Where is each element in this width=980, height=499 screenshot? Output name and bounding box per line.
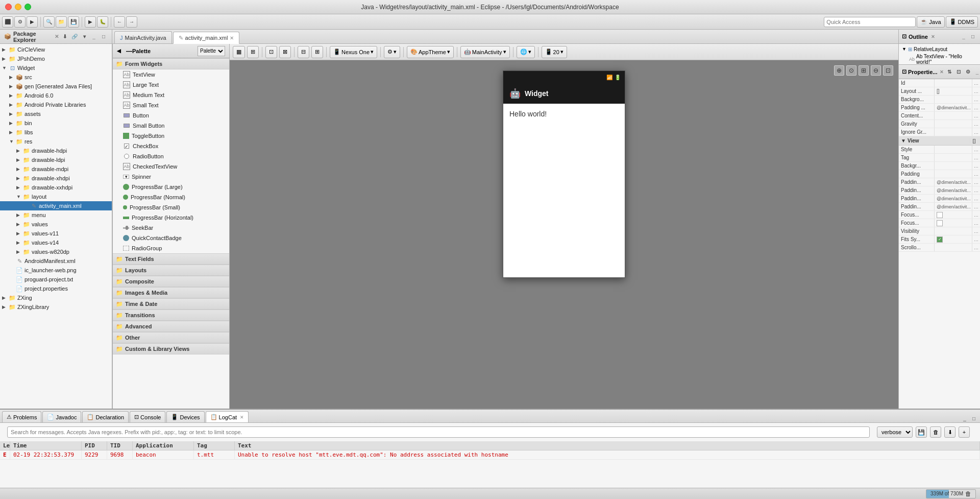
- tree-item-17[interactable]: ✎activity_main.xml: [0, 201, 112, 210]
- palette-section-other[interactable]: 📁 Other: [113, 332, 229, 343]
- bottom-panel-min-btn[interactable]: _: [961, 414, 969, 422]
- tree-item-23[interactable]: ✎AndroidManifest.xml: [0, 256, 112, 266]
- device-dropdown[interactable]: 📱 Nexus One ▾: [330, 46, 377, 58]
- zoom-100-btn[interactable]: ⊙: [846, 65, 856, 76]
- prop-edit-padd2[interactable]: …: [972, 186, 980, 194]
- outline-item-textview[interactable]: Ab Ab TextView - "Hello world!": [899, 54, 980, 64]
- config-dropdown[interactable]: ⚙ ▾: [384, 46, 400, 58]
- tab-activity-xml[interactable]: ✎ activity_main.xml ✕: [173, 32, 240, 44]
- api-dropdown[interactable]: 📱 20 ▾: [542, 46, 567, 58]
- package-explorer-tab-close[interactable]: ✕: [55, 34, 59, 39]
- tree-item-12[interactable]: ▶📁drawable-ldpi: [0, 155, 112, 164]
- toolbar-forward[interactable]: →: [126, 16, 137, 28]
- prop-edit-scrollo[interactable]: …: [972, 244, 980, 251]
- layout-icon-btn-1[interactable]: ▦: [233, 46, 245, 58]
- bottom-panel-max-btn[interactable]: □: [970, 414, 978, 422]
- palette-section-layouts[interactable]: 📁 Layouts: [113, 265, 229, 276]
- logcat-level-select[interactable]: verbose: [877, 426, 913, 438]
- tree-item-13[interactable]: ▶📁drawable-mdpi: [0, 164, 112, 174]
- layout-icon-btn-2[interactable]: ⊞: [247, 46, 259, 58]
- prop-edit-padding[interactable]: …: [972, 104, 980, 111]
- tree-item-9[interactable]: ▶📁libs: [0, 128, 112, 137]
- palette-section-images-media[interactable]: 📁 Images & Media: [113, 287, 229, 298]
- prop-edit-padd1[interactable]: …: [972, 178, 980, 186]
- prop-value-gravity[interactable]: [935, 120, 972, 128]
- prop-edit-bgr[interactable]: …: [972, 162, 980, 170]
- prop-value-padding[interactable]: @dimen/activit...: [935, 104, 972, 111]
- prop-value-padd2[interactable]: @dimen/activit...: [935, 186, 972, 194]
- palette-section-composite[interactable]: 📁 Composite: [113, 276, 229, 287]
- palette-item-textview[interactable]: Ab TextView: [113, 69, 229, 80]
- prop-edit-background[interactable]: …: [972, 96, 980, 103]
- zoom-custom-btn[interactable]: ⊡: [883, 65, 893, 76]
- outline-tab-close[interactable]: ✕: [931, 34, 935, 39]
- tree-item-1[interactable]: ▶📁JPshDemo: [0, 54, 112, 63]
- layout-icon-btn-6[interactable]: ⊞: [311, 46, 323, 58]
- palette-item-small-text[interactable]: Ab Small Text: [113, 100, 229, 110]
- tree-item-14[interactable]: ▶📁drawable-xhdpi: [0, 174, 112, 183]
- palette-item-spinner[interactable]: ▾ Spinner: [113, 172, 229, 182]
- toolbar-btn-1[interactable]: ⬛: [2, 16, 13, 28]
- toolbar-run[interactable]: ▶: [85, 16, 96, 28]
- logcat-add-filter-btn[interactable]: +: [959, 426, 970, 438]
- zoom-out-btn[interactable]: ⊖: [871, 65, 881, 76]
- theme-dropdown[interactable]: 🎨 AppTheme ▾: [407, 46, 454, 58]
- logcat-tab-close[interactable]: ✕: [240, 415, 244, 420]
- prop-value-style[interactable]: [935, 146, 972, 153]
- palette-item-small-button[interactable]: Small Button: [113, 121, 229, 131]
- palette-item-progressbar-horizontal[interactable]: ProgressBar (Horizontal): [113, 212, 229, 223]
- tree-item-19[interactable]: ▶📁values: [0, 220, 112, 229]
- palette-item-seekbar[interactable]: SeekBar: [113, 223, 229, 233]
- tree-item-16[interactable]: ▼📁layout: [0, 192, 112, 201]
- prop-value-pad[interactable]: [935, 170, 972, 178]
- panel-min-btn[interactable]: _: [90, 33, 98, 41]
- tree-item-3[interactable]: ▶📦src: [0, 73, 112, 82]
- tab-close-xml[interactable]: ✕: [230, 35, 234, 41]
- toolbar-btn-2[interactable]: ⚙: [14, 16, 26, 28]
- prop-value-ignoregr[interactable]: [935, 128, 972, 136]
- toolbar-btn-4[interactable]: 🔍: [43, 16, 55, 28]
- prop-edit-padd3[interactable]: …: [972, 195, 980, 202]
- tree-item-26[interactable]: 📄project.properties: [0, 284, 112, 293]
- prop-value-padd1[interactable]: @dimen/activit...: [935, 178, 972, 186]
- tree-item-21[interactable]: ▶📁values-v14: [0, 238, 112, 247]
- prop-value-padd4[interactable]: @dimen/activit...: [935, 203, 972, 210]
- quick-access-input[interactable]: [824, 17, 916, 27]
- tab-devices[interactable]: 📱 Devices: [166, 411, 204, 422]
- tree-item-20[interactable]: ▶📁values-v11: [0, 229, 112, 238]
- tree-item-25[interactable]: 📄proguard-project.txt: [0, 275, 112, 284]
- prop-value-focus1[interactable]: [935, 211, 972, 219]
- prop-edit-gravity[interactable]: …: [972, 120, 980, 128]
- prop-sort-btn[interactable]: ⇅: [945, 68, 953, 76]
- palette-collapse-icon[interactable]: ◀: [117, 48, 121, 54]
- prop-min-btn[interactable]: _: [973, 68, 980, 76]
- palette-item-quickcontactbadge[interactable]: QuickContactBadge: [113, 233, 229, 243]
- palette-section-transitions[interactable]: 📁 Transitions: [113, 310, 229, 321]
- tab-console[interactable]: ⊡ Console: [130, 411, 165, 422]
- palette-section-form-widgets[interactable]: 📁 Form Widgets: [113, 58, 229, 69]
- prop-value-background[interactable]: [935, 96, 972, 103]
- perspective-java[interactable]: ☕ Java: [917, 16, 944, 28]
- prop-value-content[interactable]: [935, 112, 972, 120]
- palette-section-custom[interactable]: 📁 Custom & Library Views: [113, 343, 229, 354]
- layout-icon-btn-3[interactable]: ⊡: [265, 46, 277, 58]
- prop-edit-padd4[interactable]: …: [972, 203, 980, 210]
- prop-edit-ignoregr[interactable]: …: [972, 128, 980, 136]
- palette-item-radiogroup[interactable]: RadioGroup: [113, 243, 229, 253]
- outline-min-btn[interactable]: _: [960, 33, 968, 41]
- prop-advanced-btn[interactable]: ⚙: [964, 68, 972, 76]
- palette-item-progressbar-normal[interactable]: ProgressBar (Normal): [113, 192, 229, 202]
- prop-edit-content[interactable]: …: [972, 112, 980, 120]
- tree-item-18[interactable]: ▶📁menu: [0, 210, 112, 220]
- palette-item-togglebutton[interactable]: ToggleButton: [113, 131, 229, 141]
- palette-item-checkedtextview[interactable]: Ab CheckedTextView: [113, 161, 229, 172]
- collapse-all-btn[interactable]: ⬇: [61, 33, 69, 41]
- tree-item-7[interactable]: ▶📁assets: [0, 109, 112, 118]
- perspective-ddms[interactable]: 📱 DDMS: [946, 16, 978, 28]
- outline-item-relativelayout[interactable]: ▼ ⊞ RelativeLayout: [899, 44, 980, 54]
- prop-filter-btn[interactable]: ⊡: [954, 68, 963, 76]
- palette-item-checkbox[interactable]: ✓ CheckBox: [113, 141, 229, 151]
- tree-item-15[interactable]: ▶📁drawable-xxhdpi: [0, 183, 112, 192]
- logcat-clear-btn[interactable]: 🗑: [930, 426, 941, 438]
- gc-button[interactable]: 🗑: [965, 490, 971, 497]
